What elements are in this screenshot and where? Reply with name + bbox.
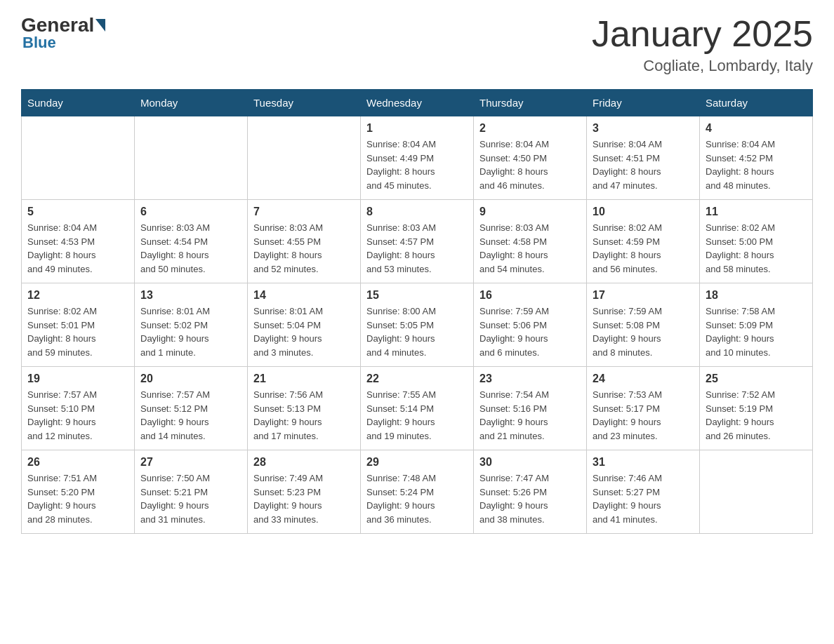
- day-number: 18: [706, 289, 807, 302]
- day-cell: 9Sunrise: 8:03 AMSunset: 4:58 PMDaylight…: [474, 200, 587, 283]
- day-number: 17: [593, 289, 694, 302]
- day-number: 27: [140, 456, 241, 469]
- calendar-table: SundayMondayTuesdayWednesdayThursdayFrid…: [21, 89, 813, 534]
- day-cell: 27Sunrise: 7:50 AMSunset: 5:21 PMDayligh…: [135, 450, 248, 534]
- day-info: Sunrise: 8:04 AMSunset: 4:51 PMDaylight:…: [593, 137, 694, 192]
- day-cell: 24Sunrise: 7:53 AMSunset: 5:17 PMDayligh…: [587, 367, 700, 450]
- day-info: Sunrise: 8:04 AMSunset: 4:49 PMDaylight:…: [366, 137, 468, 192]
- logo-blue-text: Blue: [22, 34, 56, 52]
- header-row: SundayMondayTuesdayWednesdayThursdayFrid…: [22, 90, 813, 116]
- day-number: 20: [140, 373, 241, 385]
- day-number: 23: [479, 373, 581, 385]
- day-cell: 8Sunrise: 8:03 AMSunset: 4:57 PMDaylight…: [361, 200, 474, 283]
- calendar-title: January 2025: [592, 14, 813, 54]
- day-info: Sunrise: 7:59 AMSunset: 5:08 PMDaylight:…: [593, 304, 694, 359]
- day-info: Sunrise: 8:03 AMSunset: 4:54 PMDaylight:…: [140, 221, 241, 276]
- page-header: General Blue January 2025 Cogliate, Lomb…: [21, 14, 813, 75]
- day-info: Sunrise: 8:00 AMSunset: 5:05 PMDaylight:…: [366, 304, 468, 359]
- day-cell: 13Sunrise: 8:01 AMSunset: 5:02 PMDayligh…: [135, 283, 248, 367]
- calendar-header: SundayMondayTuesdayWednesdayThursdayFrid…: [22, 90, 813, 116]
- calendar-subtitle: Cogliate, Lombardy, Italy: [592, 57, 813, 75]
- day-number: 10: [593, 206, 694, 218]
- day-cell: 20Sunrise: 7:57 AMSunset: 5:12 PMDayligh…: [135, 367, 248, 450]
- day-info: Sunrise: 8:03 AMSunset: 4:55 PMDaylight:…: [253, 221, 355, 276]
- week-row-4: 26Sunrise: 7:51 AMSunset: 5:20 PMDayligh…: [22, 450, 813, 534]
- day-info: Sunrise: 7:59 AMSunset: 5:06 PMDaylight:…: [479, 304, 581, 359]
- week-row-0: 1Sunrise: 8:04 AMSunset: 4:49 PMDaylight…: [22, 116, 813, 200]
- day-info: Sunrise: 7:58 AMSunset: 5:09 PMDaylight:…: [706, 304, 807, 359]
- day-cell: 10Sunrise: 8:02 AMSunset: 4:59 PMDayligh…: [587, 200, 700, 283]
- day-info: Sunrise: 8:01 AMSunset: 5:04 PMDaylight:…: [253, 304, 355, 359]
- header-cell-monday: Monday: [135, 90, 248, 116]
- day-info: Sunrise: 8:02 AMSunset: 4:59 PMDaylight:…: [593, 221, 694, 276]
- week-row-2: 12Sunrise: 8:02 AMSunset: 5:01 PMDayligh…: [22, 283, 813, 367]
- day-cell: 12Sunrise: 8:02 AMSunset: 5:01 PMDayligh…: [22, 283, 135, 367]
- day-info: Sunrise: 8:04 AMSunset: 4:50 PMDaylight:…: [479, 137, 581, 192]
- day-number: 7: [253, 206, 355, 218]
- day-cell: 15Sunrise: 8:00 AMSunset: 5:05 PMDayligh…: [361, 283, 474, 367]
- day-number: 11: [706, 206, 807, 218]
- day-info: Sunrise: 8:02 AMSunset: 5:01 PMDaylight:…: [27, 304, 128, 359]
- day-cell: 30Sunrise: 7:47 AMSunset: 5:26 PMDayligh…: [474, 450, 587, 534]
- day-info: Sunrise: 7:56 AMSunset: 5:13 PMDaylight:…: [253, 388, 355, 443]
- title-section: January 2025 Cogliate, Lombardy, Italy: [592, 14, 813, 75]
- day-number: 30: [479, 456, 581, 469]
- day-cell: 16Sunrise: 7:59 AMSunset: 5:06 PMDayligh…: [474, 283, 587, 367]
- day-cell: [22, 116, 135, 200]
- day-cell: 5Sunrise: 8:04 AMSunset: 4:53 PMDaylight…: [22, 200, 135, 283]
- day-number: 26: [27, 456, 128, 469]
- day-info: Sunrise: 7:52 AMSunset: 5:19 PMDaylight:…: [706, 388, 807, 443]
- header-cell-wednesday: Wednesday: [361, 90, 474, 116]
- day-info: Sunrise: 8:01 AMSunset: 5:02 PMDaylight:…: [140, 304, 241, 359]
- day-number: 8: [366, 206, 468, 218]
- day-number: 29: [366, 456, 468, 469]
- day-cell: [135, 116, 248, 200]
- day-cell: 4Sunrise: 8:04 AMSunset: 4:52 PMDaylight…: [700, 116, 813, 200]
- day-info: Sunrise: 7:49 AMSunset: 5:23 PMDaylight:…: [253, 471, 355, 526]
- day-info: Sunrise: 8:03 AMSunset: 4:58 PMDaylight:…: [479, 221, 581, 276]
- day-number: 16: [479, 289, 581, 302]
- day-cell: 14Sunrise: 8:01 AMSunset: 5:04 PMDayligh…: [248, 283, 361, 367]
- day-info: Sunrise: 8:04 AMSunset: 4:52 PMDaylight:…: [706, 137, 807, 192]
- day-cell: 11Sunrise: 8:02 AMSunset: 5:00 PMDayligh…: [700, 200, 813, 283]
- day-cell: [700, 450, 813, 534]
- day-cell: 2Sunrise: 8:04 AMSunset: 4:50 PMDaylight…: [474, 116, 587, 200]
- day-cell: 25Sunrise: 7:52 AMSunset: 5:19 PMDayligh…: [700, 367, 813, 450]
- day-number: 9: [479, 206, 581, 218]
- day-cell: 6Sunrise: 8:03 AMSunset: 4:54 PMDaylight…: [135, 200, 248, 283]
- day-number: 1: [366, 122, 468, 135]
- day-info: Sunrise: 7:57 AMSunset: 5:10 PMDaylight:…: [27, 388, 128, 443]
- day-cell: 28Sunrise: 7:49 AMSunset: 5:23 PMDayligh…: [248, 450, 361, 534]
- day-number: 14: [253, 289, 355, 302]
- header-cell-thursday: Thursday: [474, 90, 587, 116]
- day-info: Sunrise: 8:04 AMSunset: 4:53 PMDaylight:…: [27, 221, 128, 276]
- day-number: 3: [593, 122, 694, 135]
- day-info: Sunrise: 7:53 AMSunset: 5:17 PMDaylight:…: [593, 388, 694, 443]
- day-number: 19: [27, 373, 128, 385]
- header-cell-tuesday: Tuesday: [248, 90, 361, 116]
- day-info: Sunrise: 7:54 AMSunset: 5:16 PMDaylight:…: [479, 388, 581, 443]
- calendar-body: 1Sunrise: 8:04 AMSunset: 4:49 PMDaylight…: [22, 116, 813, 534]
- day-number: 4: [706, 122, 807, 135]
- header-cell-sunday: Sunday: [22, 90, 135, 116]
- day-number: 25: [706, 373, 807, 385]
- day-info: Sunrise: 8:03 AMSunset: 4:57 PMDaylight:…: [366, 221, 468, 276]
- day-info: Sunrise: 8:02 AMSunset: 5:00 PMDaylight:…: [706, 221, 807, 276]
- day-number: 24: [593, 373, 694, 385]
- day-cell: 19Sunrise: 7:57 AMSunset: 5:10 PMDayligh…: [22, 367, 135, 450]
- header-cell-friday: Friday: [587, 90, 700, 116]
- day-cell: 31Sunrise: 7:46 AMSunset: 5:27 PMDayligh…: [587, 450, 700, 534]
- day-info: Sunrise: 7:48 AMSunset: 5:24 PMDaylight:…: [366, 471, 468, 526]
- day-number: 28: [253, 456, 355, 469]
- logo-arrow-icon: [95, 19, 105, 32]
- week-row-3: 19Sunrise: 7:57 AMSunset: 5:10 PMDayligh…: [22, 367, 813, 450]
- day-cell: 1Sunrise: 8:04 AMSunset: 4:49 PMDaylight…: [361, 116, 474, 200]
- week-row-1: 5Sunrise: 8:04 AMSunset: 4:53 PMDaylight…: [22, 200, 813, 283]
- day-cell: 22Sunrise: 7:55 AMSunset: 5:14 PMDayligh…: [361, 367, 474, 450]
- day-number: 31: [593, 456, 694, 469]
- day-cell: 21Sunrise: 7:56 AMSunset: 5:13 PMDayligh…: [248, 367, 361, 450]
- day-number: 2: [479, 122, 581, 135]
- day-cell: 17Sunrise: 7:59 AMSunset: 5:08 PMDayligh…: [587, 283, 700, 367]
- day-cell: [248, 116, 361, 200]
- day-cell: 26Sunrise: 7:51 AMSunset: 5:20 PMDayligh…: [22, 450, 135, 534]
